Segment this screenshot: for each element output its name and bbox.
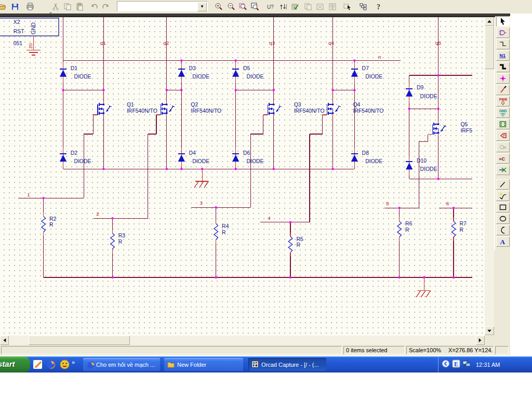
- part-8051-fragment[interactable]: X2RSTGND05120: [0, 18, 59, 50]
- part-D7[interactable]: D7DIODE: [351, 63, 383, 83]
- ground-symbol[interactable]: [26, 49, 41, 55]
- vertical-scrollbar[interactable]: [485, 17, 494, 336]
- firefox-quicklaunch-icon[interactable]: [46, 359, 57, 370]
- svg-text:«C: «C: [499, 156, 506, 162]
- part-Q5[interactable]: Q5IRF5: [428, 122, 472, 136]
- draw-line-icon[interactable]: [496, 179, 510, 190]
- messenger-quicklaunch-icon[interactable]: [59, 359, 70, 370]
- horizontal-scroll-thumb[interactable]: [29, 336, 130, 345]
- draw-text-icon[interactable]: A: [496, 236, 510, 247]
- back-annotate-icon[interactable]: [277, 1, 289, 12]
- part-D10[interactable]: D10DIODE: [406, 156, 437, 176]
- svg-text:q5: q5: [435, 40, 442, 46]
- zoom-in-icon[interactable]: [213, 1, 224, 12]
- place-bus-icon[interactable]: [496, 62, 510, 72]
- scroll-right-icon[interactable]: [476, 336, 485, 345]
- part-D1[interactable]: D1DIODE: [60, 63, 91, 83]
- task-label: New Folder: [177, 362, 206, 368]
- svg-text:IRF540N/TO: IRF540N/TO: [127, 108, 157, 114]
- place-off-page-icon[interactable]: «C: [496, 153, 510, 164]
- place-ground-icon[interactable]: GND: [496, 108, 510, 118]
- part-D2[interactable]: D2DIODE: [60, 148, 91, 167]
- part-R7[interactable]: R7R: [451, 208, 467, 277]
- draw-rectangle-icon[interactable]: [496, 202, 510, 212]
- scroll-up-icon[interactable]: [485, 17, 494, 26]
- svg-text:GND: GND: [31, 22, 36, 35]
- open-icon[interactable]: [0, 1, 8, 12]
- save-icon[interactable]: [9, 1, 21, 12]
- draw-arc-icon[interactable]: [496, 225, 510, 235]
- show-desktop-icon[interactable]: [32, 359, 43, 370]
- wires[interactable]: [18, 17, 472, 277]
- part-D6[interactable]: D6DIODE: [232, 148, 264, 167]
- zoom-out-icon[interactable]: [225, 1, 237, 12]
- taskbar: start E 12:31 AM Cho em hỏi về mạch ...N…: [0, 356, 532, 373]
- place-net-alias-icon[interactable]: N1: [496, 50, 510, 61]
- part-search-combo[interactable]: ▼: [117, 1, 208, 11]
- place-junction-icon[interactable]: [496, 73, 510, 84]
- part-Q2[interactable]: Q2IRF540N/TO: [156, 102, 221, 116]
- svg-text:DIODE: DIODE: [247, 74, 264, 79]
- horizontal-scrollbar[interactable]: [0, 336, 485, 345]
- draw-ellipse-icon[interactable]: [496, 214, 510, 224]
- place-part-icon[interactable]: [496, 28, 510, 38]
- part-R5[interactable]: R5R: [288, 222, 303, 277]
- place-port-icon[interactable]: P: [496, 130, 510, 141]
- zoom-all-icon[interactable]: [249, 1, 261, 12]
- tray-collapse-icon[interactable]: [442, 360, 450, 370]
- place-power-icon[interactable]: PWR: [496, 96, 510, 107]
- quicklaunch-overflow-icon[interactable]: »: [72, 359, 75, 365]
- help-icon[interactable]: ?: [373, 1, 384, 12]
- task-orcad[interactable]: Orcad Capture - [/ - (...: [248, 358, 326, 371]
- svg-text:D3: D3: [189, 65, 196, 71]
- ground-symbol[interactable]: [416, 277, 431, 297]
- part-Q3[interactable]: Q3IRF540N/TO: [263, 102, 325, 116]
- part-D4[interactable]: D4DIODE: [178, 148, 210, 167]
- task-new-folder[interactable]: New Folder: [164, 358, 243, 371]
- status-selection-panel: 0 items selected: [343, 346, 405, 354]
- ground-symbol[interactable]: [194, 169, 209, 188]
- task-firefox[interactable]: Cho em hỏi về mạch ...: [83, 358, 160, 371]
- place-hier-block-icon[interactable]: [496, 119, 510, 129]
- part-R4[interactable]: R4R: [214, 207, 229, 277]
- scroll-left-icon[interactable]: [0, 336, 9, 345]
- annotate-icon[interactable]: U?: [265, 1, 276, 12]
- part-D8[interactable]: D8DIODE: [351, 148, 383, 167]
- draw-polyline-icon[interactable]: [496, 191, 510, 201]
- print-icon[interactable]: [24, 1, 36, 12]
- svg-text:D7: D7: [362, 65, 369, 71]
- part-search-input[interactable]: [118, 2, 198, 11]
- schematic-canvas[interactable]: X2RSTGND05120D1DIODED2DIODED3DIODED4DIOD…: [0, 17, 485, 336]
- snap-to-grid-icon[interactable]: [342, 1, 353, 12]
- svg-text:X2: X2: [14, 19, 20, 25]
- part-Q4[interactable]: Q4IRF540N/TO: [323, 102, 384, 116]
- start-button[interactable]: start: [0, 356, 30, 373]
- drc-icon[interactable]: DRC: [289, 1, 301, 12]
- part-D3[interactable]: D3DIODE: [178, 63, 210, 83]
- scroll-down-icon[interactable]: [485, 326, 494, 335]
- tray-network-icon[interactable]: [462, 360, 471, 370]
- schematic-drawing[interactable]: X2RSTGND05120D1DIODED2DIODED3DIODED4DIOD…: [0, 17, 485, 336]
- project-manager-icon[interactable]: [357, 1, 369, 12]
- copy-icon: [62, 1, 73, 12]
- place-no-connect-icon[interactable]: [496, 165, 510, 175]
- tray-ime-icon[interactable]: E: [452, 360, 460, 370]
- select-tool-icon[interactable]: [496, 16, 510, 26]
- part-R6[interactable]: R6R: [397, 208, 413, 277]
- svg-text:H: H: [503, 146, 506, 150]
- create-netlist-icon: [302, 1, 314, 12]
- part-D5[interactable]: D5DIODE: [232, 63, 264, 83]
- part-D9[interactable]: D9DIODE: [406, 83, 437, 102]
- net-labels[interactable]: q1q2q3q4q5n123456: [27, 40, 449, 221]
- place-wire-icon[interactable]: [496, 39, 510, 49]
- desktop-gap: [510, 14, 532, 356]
- place-bus-entry-icon[interactable]: [496, 85, 510, 95]
- svg-text:Q2: Q2: [191, 102, 198, 108]
- vertical-scroll-thumb[interactable]: [485, 26, 494, 69]
- zoom-area-icon[interactable]: [237, 1, 249, 12]
- combo-dropdown-icon[interactable]: ▼: [197, 2, 207, 11]
- part-R3[interactable]: R3R: [111, 218, 126, 277]
- svg-text:R2: R2: [49, 216, 57, 222]
- part-R2[interactable]: R2R: [42, 198, 57, 277]
- part-Q1[interactable]: Q1IRF540N/TO: [93, 102, 157, 116]
